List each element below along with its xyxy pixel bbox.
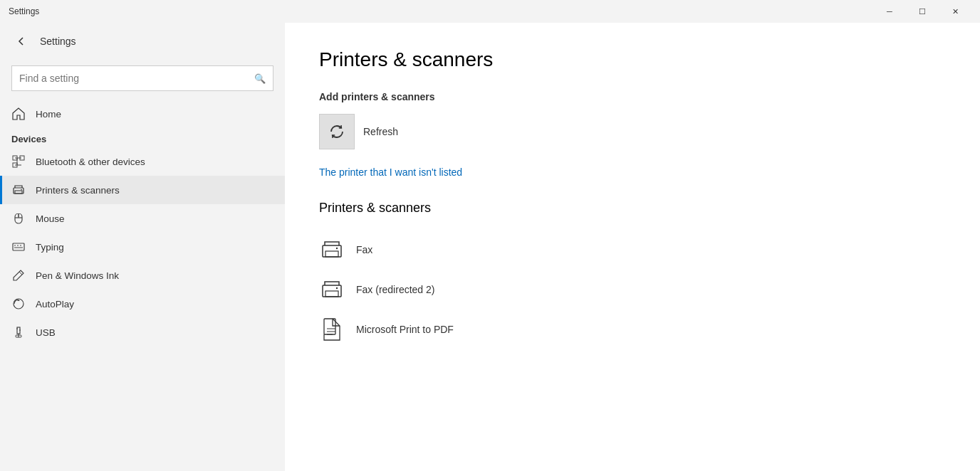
restore-button[interactable]: ☐ <box>906 0 939 23</box>
pdf-name: Microsoft Print to PDF <box>356 324 454 335</box>
fax-icon <box>319 237 345 263</box>
sidebar-typing-label: Typing <box>36 242 64 253</box>
sidebar-item-typing[interactable]: Typing <box>0 233 285 261</box>
not-listed-link[interactable]: The printer that I want isn't listed <box>319 166 946 178</box>
sidebar: Settings 🔍 Home Devices <box>0 23 285 471</box>
printers-section-heading: Printers & scanners <box>319 201 946 216</box>
mouse-icon <box>11 211 26 226</box>
refresh-button[interactable]: Refresh <box>319 114 946 149</box>
pdf-icon <box>319 317 345 342</box>
svg-rect-19 <box>17 327 20 334</box>
home-icon <box>11 107 26 121</box>
svg-point-26 <box>336 248 338 249</box>
sidebar-header: Settings <box>0 23 285 60</box>
svg-rect-30 <box>324 319 335 334</box>
sidebar-autoplay-label: AutoPlay <box>36 299 74 309</box>
svg-point-8 <box>21 189 22 191</box>
sidebar-app-title: Settings <box>40 36 76 47</box>
svg-rect-25 <box>325 251 338 257</box>
svg-rect-28 <box>325 291 338 297</box>
window-controls: ─ ☐ ✕ <box>873 0 971 23</box>
svg-line-17 <box>19 272 22 275</box>
back-icon <box>16 36 26 46</box>
add-section-heading: Add printers & scanners <box>319 91 946 102</box>
fax2-name: Fax (redirected 2) <box>356 284 434 295</box>
svg-rect-7 <box>15 191 22 194</box>
fax-name: Fax <box>356 244 372 255</box>
usb-icon <box>11 325 26 339</box>
sidebar-bluetooth-label: Bluetooth & other devices <box>36 157 145 167</box>
typing-icon <box>11 240 26 254</box>
printer-item-fax[interactable]: Fax <box>319 230 946 270</box>
printer-item-fax2[interactable]: Fax (redirected 2) <box>319 270 946 309</box>
sidebar-item-printers[interactable]: Printers & scanners <box>0 176 285 204</box>
sidebar-item-home[interactable]: Home <box>0 100 285 128</box>
minimize-button[interactable]: ─ <box>873 0 906 23</box>
back-button[interactable] <box>11 31 31 51</box>
printer-nav-icon <box>11 183 26 197</box>
refresh-icon-box <box>319 114 355 149</box>
main-content: Printers & scanners Add printers & scann… <box>285 23 980 471</box>
sidebar-item-usb[interactable]: USB <box>0 318 285 346</box>
bluetooth-icon <box>11 154 26 169</box>
autoplay-icon <box>11 297 26 311</box>
sidebar-printers-label: Printers & scanners <box>36 185 120 196</box>
printers-section: Printers & scanners Fax <box>319 201 946 349</box>
sidebar-section-label: Devices <box>0 128 285 147</box>
refresh-icon <box>328 123 345 140</box>
refresh-label: Refresh <box>363 126 398 137</box>
printer-item-pdf[interactable]: Microsoft Print to PDF <box>319 309 946 349</box>
app-container: Settings 🔍 Home Devices <box>0 23 980 471</box>
search-box[interactable]: 🔍 <box>11 65 273 91</box>
sidebar-item-autoplay[interactable]: AutoPlay <box>0 290 285 318</box>
search-input[interactable] <box>19 73 249 84</box>
search-icon: 🔍 <box>254 73 266 84</box>
svg-rect-12 <box>13 243 24 250</box>
pen-icon <box>11 268 26 282</box>
sidebar-item-bluetooth[interactable]: Bluetooth & other devices <box>0 147 285 176</box>
sidebar-item-mouse[interactable]: Mouse <box>0 204 285 233</box>
titlebar: Settings ─ ☐ ✕ <box>0 0 980 23</box>
page-title: Printers & scanners <box>319 48 946 71</box>
sidebar-home-label: Home <box>36 109 61 120</box>
close-button[interactable]: ✕ <box>939 0 971 23</box>
add-section: Add printers & scanners Refresh The prin… <box>319 91 946 178</box>
sidebar-usb-label: USB <box>36 327 56 338</box>
svg-point-29 <box>336 287 338 289</box>
app-title: Settings <box>9 6 873 16</box>
sidebar-mouse-label: Mouse <box>36 213 65 224</box>
sidebar-pen-label: Pen & Windows Ink <box>36 270 119 281</box>
sidebar-item-pen[interactable]: Pen & Windows Ink <box>0 261 285 290</box>
fax2-icon <box>319 277 345 302</box>
